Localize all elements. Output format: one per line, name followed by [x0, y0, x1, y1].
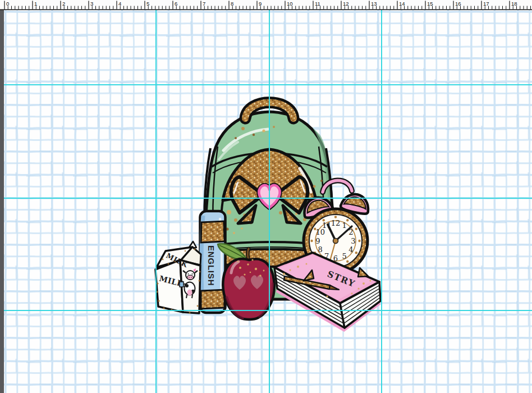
ruler-label: 2	[62, 1, 65, 7]
vertical-guide[interactable]	[155, 10, 157, 393]
english-title: ENGLISH	[207, 245, 216, 286]
ruler-label: 10	[287, 1, 293, 7]
ruler-label: 16	[455, 1, 461, 7]
clock-foot-right	[358, 268, 368, 277]
svg-text:9: 9	[315, 237, 320, 245]
school-backpack-clipart[interactable]: 121234567891011 STRY	[0, 0, 532, 393]
horizontal-guide[interactable]	[4, 310, 532, 311]
ruler-label: 9	[259, 1, 262, 7]
design-canvas: 121234567891011 STRY	[0, 0, 532, 393]
svg-text:4: 4	[348, 245, 353, 254]
svg-text:8: 8	[318, 245, 323, 254]
ruler-label: 17	[483, 1, 489, 7]
ruler-label: 1	[34, 1, 37, 7]
clock-center	[333, 239, 338, 244]
left-gutter	[0, 10, 4, 393]
ruler-label: 0	[6, 1, 9, 7]
horizontal-guide[interactable]	[4, 198, 532, 199]
glitter-band	[201, 290, 224, 309]
history-book[interactable]: STRY	[274, 253, 380, 330]
ruler-label: 15	[427, 1, 433, 7]
ruler-label: 4	[118, 1, 121, 7]
horizontal-guide[interactable]	[4, 84, 532, 85]
ruler-label: 18	[511, 1, 517, 7]
ruler-label: 3	[90, 1, 93, 7]
svg-text:3: 3	[351, 237, 355, 245]
vertical-guide[interactable]	[381, 10, 382, 393]
horizontal-ruler[interactable]: 0123456789101112131415161718	[0, 0, 532, 10]
english-book[interactable]: ENGLISH	[200, 211, 226, 313]
ruler-label: 14	[399, 1, 405, 7]
ruler-label: 12	[343, 1, 349, 7]
milk-carton[interactable]: MILK MILK	[155, 241, 201, 314]
ruler-label: 5	[146, 1, 149, 7]
glitter-band	[201, 221, 224, 243]
ruler-label: 8	[231, 1, 233, 7]
ruler-label: 7	[203, 1, 205, 7]
svg-text:1: 1	[342, 221, 347, 230]
svg-text:5: 5	[342, 252, 347, 261]
ruler-label: 6	[175, 1, 177, 7]
ruler-label: 13	[371, 1, 377, 7]
ruler-label: 11	[315, 1, 320, 7]
svg-text:12: 12	[331, 219, 341, 227]
vertical-guide[interactable]	[269, 10, 270, 393]
